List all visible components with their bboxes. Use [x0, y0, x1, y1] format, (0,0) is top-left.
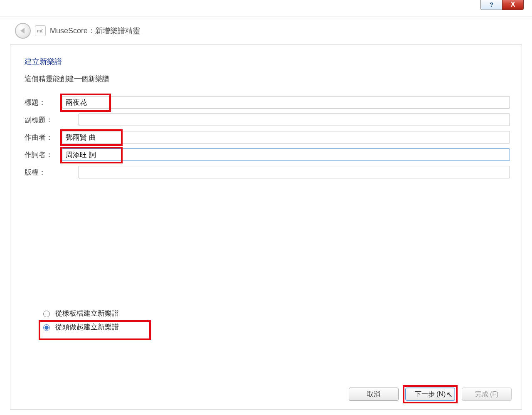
back-arrow-icon	[20, 28, 25, 34]
next-button[interactable]: 下一步 (N) ↖	[405, 388, 455, 401]
wizard-button-bar: 取消 下一步 (N) ↖ 完成 (F)	[349, 388, 512, 401]
lyricist-label: 作詞者：	[25, 150, 62, 160]
copyright-input[interactable]	[79, 166, 510, 178]
creation-mode-radios: 從樣板檔建立新樂譜 從頭做起建立新樂譜	[41, 309, 119, 332]
title-label: 標題：	[25, 98, 62, 107]
row-title: 標題：	[25, 96, 510, 109]
help-icon: ?	[490, 1, 493, 8]
next-button-label: 下一步	[415, 390, 435, 399]
help-button[interactable]: ?	[480, 0, 502, 10]
subtitle-label: 副標題：	[25, 115, 79, 125]
cancel-button[interactable]: 取消	[349, 388, 399, 401]
close-icon: X	[511, 1, 515, 8]
radio-from-scratch-label: 從頭做起建立新樂譜	[55, 322, 119, 332]
finish-button-label: 完成	[475, 390, 488, 399]
wizard-heading: 建立新樂譜	[25, 57, 510, 67]
next-button-accel: (N)	[435, 390, 446, 398]
radio-from-template-row: 從樣板檔建立新樂譜	[41, 309, 119, 318]
composer-label: 作曲者：	[25, 133, 62, 142]
radio-from-scratch-row: 從頭做起建立新樂譜	[41, 322, 119, 332]
radio-from-template-label: 從樣板檔建立新樂譜	[55, 309, 119, 318]
app-icon: mû	[35, 25, 46, 36]
dialog-header: mû MuseScore：新增樂譜精靈	[0, 17, 532, 44]
finish-button-accel: (F)	[488, 390, 499, 398]
finish-button[interactable]: 完成 (F)	[462, 388, 512, 401]
copyright-label: 版權：	[25, 168, 79, 177]
row-composer: 作曲者：	[25, 131, 510, 143]
titlebar: ? X	[0, 0, 532, 17]
radio-from-scratch[interactable]	[43, 324, 50, 331]
row-lyricist: 作詞者：	[25, 148, 510, 161]
back-button[interactable]	[15, 23, 31, 39]
close-button[interactable]: X	[502, 0, 524, 10]
subtitle-input[interactable]	[79, 114, 510, 126]
app-icon-text: mû	[37, 28, 43, 33]
dialog-title: MuseScore：新增樂譜精靈	[50, 26, 140, 36]
cursor-icon: ↖	[446, 390, 453, 399]
wizard-subtext: 這個精靈能創建一個新樂譜	[25, 74, 510, 84]
cancel-button-label: 取消	[367, 390, 380, 399]
composer-input[interactable]	[62, 131, 510, 143]
lyricist-input[interactable]	[62, 148, 510, 161]
radio-from-template[interactable]	[43, 311, 50, 317]
row-subtitle: 副標題：	[25, 114, 510, 126]
score-form: 標題： 副標題： 作曲者： 作詞者： 版權：	[25, 96, 510, 178]
wizard-content: 建立新樂譜 這個精靈能創建一個新樂譜 標題： 副標題： 作曲者： 作詞者： 版權…	[10, 44, 522, 410]
row-copyright: 版權：	[25, 166, 510, 178]
title-input[interactable]	[62, 96, 510, 109]
